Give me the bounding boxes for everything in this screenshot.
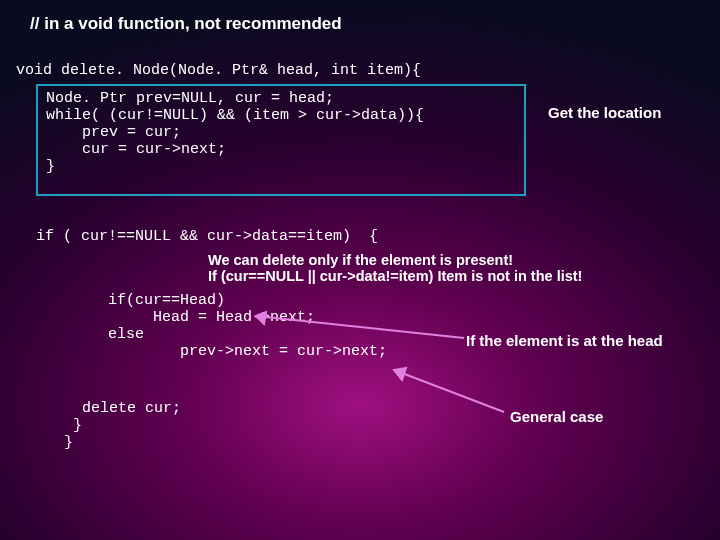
annotation-present: We can delete only if the element is pre…	[208, 252, 582, 284]
arrow-general-icon	[382, 364, 512, 418]
label-element-head: If the element is at the head	[466, 332, 663, 349]
code-if-check: if ( cur!==NULL && cur->data==item) {	[36, 228, 378, 245]
svg-line-0	[256, 316, 464, 338]
annotation-line2: If (cur==NULL || cur->data!=item) Item i…	[208, 268, 582, 284]
svg-marker-3	[394, 368, 406, 380]
label-general-case: General case	[510, 408, 603, 425]
func-signature: void delete. Node(Node. Ptr& head, int i…	[16, 62, 421, 79]
svg-line-2	[394, 370, 504, 412]
label-get-location: Get the location	[548, 104, 661, 121]
slide-title: // in a void function, not recommended	[30, 14, 342, 34]
arrow-head-icon	[244, 310, 470, 346]
annotation-line1: We can delete only if the element is pre…	[208, 252, 582, 268]
code-delete-cur: delete cur; } }	[64, 400, 181, 451]
svg-marker-1	[256, 312, 266, 324]
code-box-content: Node. Ptr prev=NULL, cur = head; while( …	[46, 90, 516, 175]
code-box-loop: Node. Ptr prev=NULL, cur = head; while( …	[36, 84, 526, 196]
